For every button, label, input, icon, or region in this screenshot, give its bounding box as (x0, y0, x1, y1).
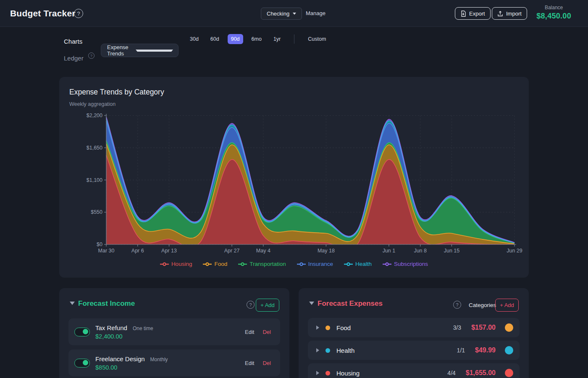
income-toggle[interactable] (74, 359, 90, 368)
chart-type-select-value: Expense Trends (101, 44, 136, 57)
range-button-1yr[interactable]: 1yr (270, 34, 284, 44)
toggle-knob (83, 360, 88, 365)
expense-category-row[interactable]: Food3/3$157.00 (308, 318, 520, 337)
legend-item-health[interactable]: Health (344, 261, 372, 267)
balance-value: $8,450.00 (536, 12, 571, 21)
expense-count: 3/3 (453, 324, 461, 331)
income-frequency: Monthly (150, 357, 168, 362)
y-tick-label: $550 (91, 209, 102, 215)
expense-amount: $157.00 (471, 324, 496, 331)
forecast-income-title: Forecast Income (78, 299, 135, 308)
legend-item-housing[interactable]: Housing (160, 261, 192, 267)
manage-link[interactable]: Manage (306, 0, 326, 27)
x-tick-label: Jun 29 (507, 248, 522, 254)
legend-marker-icon (344, 262, 353, 266)
expense-category-row[interactable]: Health1/1$49.99 (308, 341, 520, 360)
help-icon[interactable]: ? (247, 301, 255, 309)
chart-subtitle: Weekly aggregation (69, 101, 116, 107)
edit-button[interactable]: Edit (245, 360, 254, 366)
legend-label: Insurance (308, 261, 333, 267)
collapse-caret-icon[interactable] (70, 302, 75, 305)
view-tabs: ChartsLedger (64, 38, 84, 71)
legend-label: Food (214, 261, 227, 267)
chart-type-select[interactable]: Expense Trends (101, 44, 178, 57)
balance-label: Balance (536, 5, 571, 10)
chart-plot-area (106, 117, 514, 250)
expand-arrow-icon[interactable] (316, 326, 319, 330)
x-tick-label: May 18 (318, 248, 335, 254)
account-selector-button[interactable]: Checking (261, 8, 302, 20)
expense-amount: $49.99 (475, 346, 496, 354)
range-button-custom[interactable]: Custom (304, 34, 329, 44)
expense-count: 4/4 (447, 370, 455, 376)
legend-marker-icon (383, 262, 391, 266)
help-icon[interactable]: ? (88, 52, 94, 59)
expand-arrow-icon[interactable] (316, 371, 319, 375)
legend-marker-icon (160, 262, 169, 266)
expense-category-name: Food (336, 324, 351, 331)
legend-item-subscriptions[interactable]: Subscriptions (383, 261, 428, 267)
expense-trends-chart: $0$550$1,100$1,650$2,200Mar 30Apr 6Apr 1… (59, 112, 529, 260)
chart-legend: HousingFoodTransportationInsuranceHealth… (59, 261, 529, 267)
chevron-down-icon (136, 50, 173, 52)
tab-charts[interactable]: Charts (64, 38, 84, 45)
delete-button[interactable]: Del (262, 329, 271, 335)
question-glyph: ? (77, 10, 80, 17)
help-icon[interactable]: ? (453, 301, 461, 309)
delete-button[interactable]: Del (262, 360, 271, 366)
add-expense-button[interactable]: + Add (495, 299, 519, 312)
chart-title: Expense Trends by Category (69, 88, 164, 97)
income-toggle[interactable] (74, 328, 90, 336)
legend-label: Subscriptions (394, 261, 428, 267)
range-button-90d[interactable]: 90d (228, 34, 243, 44)
expense-category-name: Health (336, 347, 354, 354)
legend-marker-icon (203, 262, 212, 266)
expense-category-row[interactable]: Housing4/4$1,655.00 (308, 363, 520, 378)
tab-ledger[interactable]: Ledger (64, 55, 84, 62)
export-button[interactable]: Export (455, 7, 491, 20)
categories-button[interactable]: Categories (469, 302, 496, 308)
account-selector-label: Checking (267, 10, 289, 17)
range-button-30d[interactable]: 30d (186, 34, 202, 44)
forecast-expenses-panel: Forecast Expenses ? Categories + Add Foo… (299, 288, 529, 378)
range-divider (294, 34, 294, 44)
x-tick-label: May 4 (256, 248, 270, 254)
legend-item-transportation[interactable]: Transportation (238, 261, 286, 267)
help-icon[interactable]: ? (74, 9, 83, 18)
legend-item-insurance[interactable]: Insurance (297, 261, 333, 267)
chart-panel: Expense Trends by Category Weekly aggreg… (59, 77, 529, 278)
legend-label: Transportation (249, 261, 286, 267)
import-button[interactable]: Import (492, 7, 527, 20)
expense-amount: $1,655.00 (466, 369, 496, 377)
x-tick-label: Apr 6 (131, 248, 144, 254)
x-tick-label: Apr 27 (224, 248, 240, 254)
edit-button[interactable]: Edit (245, 329, 254, 335)
y-tick-label: $1,100 (87, 177, 102, 183)
import-label: Import (506, 10, 522, 17)
income-amount: $850.00 (95, 364, 168, 371)
balance: Balance $8,450.00 (536, 5, 571, 21)
income-info: Tax RefundOne time$2,400.00 (95, 324, 153, 340)
collapse-caret-icon[interactable] (309, 302, 314, 305)
legend-item-food[interactable]: Food (203, 261, 227, 267)
add-income-button[interactable]: + Add (256, 299, 279, 312)
forecast-income-panel: Forecast Income ? + Add Tax RefundOne ti… (59, 288, 289, 378)
date-range-selector: 30d60d90d6mo1yrCustom (186, 34, 329, 44)
expense-count: 1/1 (457, 347, 465, 354)
x-tick-label: Jun 8 (414, 248, 427, 254)
income-row: Freelance DesignMonthly$850.00EditDel (68, 349, 280, 376)
income-name: Tax Refund (95, 324, 127, 331)
expense-category-name: Housing (336, 370, 360, 377)
expand-arrow-icon[interactable] (316, 348, 319, 352)
legend-label: Housing (171, 261, 192, 267)
range-button-6mo[interactable]: 6mo (248, 34, 265, 44)
export-file-icon (460, 10, 466, 17)
y-tick-label: $2,200 (87, 113, 102, 118)
category-color-circle (505, 323, 513, 332)
range-button-60d[interactable]: 60d (207, 34, 223, 44)
export-label: Export (469, 10, 485, 17)
income-info: Freelance DesignMonthly$850.00 (95, 355, 168, 371)
expense-list: Food3/3$157.00Health1/1$49.99Housing4/4$… (308, 318, 520, 378)
x-tick-label: Apr 13 (161, 248, 177, 254)
forecast-expenses-title: Forecast Expenses (318, 299, 383, 308)
